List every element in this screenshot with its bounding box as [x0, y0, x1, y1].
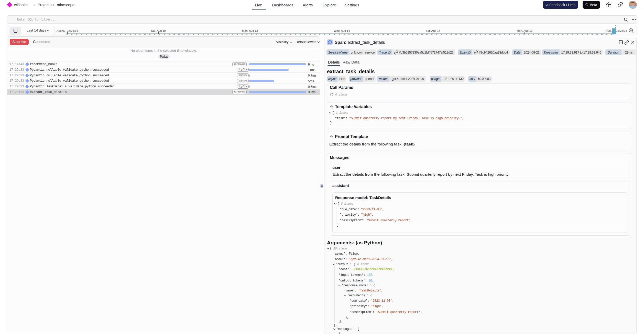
svg-text:?: ? — [547, 4, 547, 5]
